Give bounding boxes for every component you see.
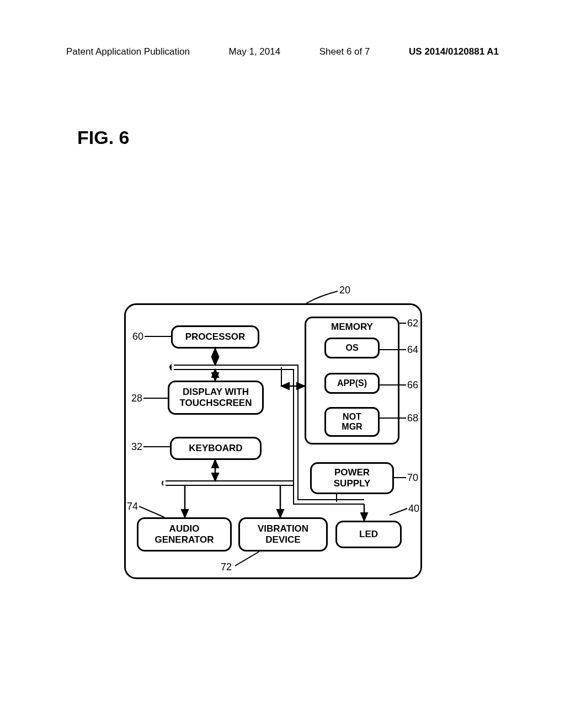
ref-68: 68 bbox=[407, 413, 418, 424]
notmgr-text-2: MGR bbox=[342, 422, 362, 432]
display-text-1: DISPLAY WITH bbox=[183, 387, 249, 398]
vibration-block: VIBRATION DEVICE bbox=[238, 517, 328, 552]
ref-60: 60 bbox=[132, 331, 143, 342]
ref-20: 20 bbox=[339, 285, 350, 296]
display-text-2: TOUCHSCREEN bbox=[180, 398, 252, 409]
apps-text: APP(S) bbox=[337, 378, 367, 388]
audio-text-2: GENERATOR bbox=[154, 534, 214, 545]
led-text: LED bbox=[359, 529, 378, 540]
figure-label: FIG. 6 bbox=[77, 127, 129, 148]
processor-block: PROCESSOR bbox=[171, 325, 259, 349]
display-block: DISPLAY WITH TOUCHSCREEN bbox=[168, 381, 264, 415]
keyboard-text: KEYBOARD bbox=[189, 443, 242, 454]
publication-number: US 2014/0120881 A1 bbox=[409, 46, 499, 57]
ref-72: 72 bbox=[221, 561, 232, 573]
ref-28: 28 bbox=[131, 393, 142, 404]
ref-64: 64 bbox=[407, 344, 418, 356]
notmgr-block: NOT MGR bbox=[324, 407, 380, 437]
ref-66: 66 bbox=[407, 379, 418, 391]
publication-label: Patent Application Publication bbox=[66, 46, 190, 57]
os-text: OS bbox=[345, 343, 358, 353]
page-header: Patent Application Publication May 1, 20… bbox=[0, 46, 565, 57]
notmgr-text-1: NOT bbox=[343, 412, 361, 422]
power-text-1: POWER bbox=[334, 467, 370, 478]
sheet-number: Sheet 6 of 7 bbox=[319, 46, 370, 57]
led-block: LED bbox=[335, 521, 402, 548]
power-block: POWER SUPPLY bbox=[310, 462, 394, 494]
keyboard-block: KEYBOARD bbox=[170, 437, 262, 460]
os-block: OS bbox=[324, 338, 380, 358]
ref-40: 40 bbox=[408, 503, 419, 515]
vibration-text-2: DEVICE bbox=[265, 534, 300, 545]
ref-32: 32 bbox=[131, 441, 142, 453]
audio-text-1: AUDIO bbox=[169, 523, 200, 534]
memory-text: MEMORY bbox=[306, 322, 398, 333]
ref-62: 62 bbox=[407, 318, 418, 329]
ref-74: 74 bbox=[127, 501, 138, 512]
audio-block: AUDIO GENERATOR bbox=[137, 517, 232, 552]
processor-text: PROCESSOR bbox=[185, 331, 246, 342]
power-text-2: SUPPLY bbox=[334, 478, 370, 489]
vibration-text-1: VIBRATION bbox=[258, 523, 308, 534]
ref-70: 70 bbox=[407, 472, 418, 484]
publication-date: May 1, 2014 bbox=[229, 46, 281, 57]
apps-block: APP(S) bbox=[324, 373, 380, 394]
